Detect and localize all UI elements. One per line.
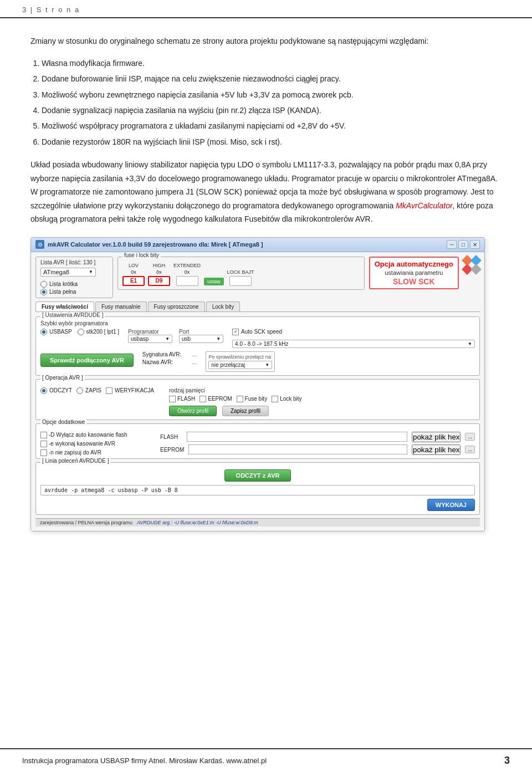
radio-odczyt[interactable]: ODCZYT: [40, 387, 72, 394]
check-opt3[interactable]: -n nie zapisuj do AVR: [40, 449, 151, 456]
radio-usbasp[interactable]: USBASP: [40, 329, 72, 335]
tab-fusy-manualnie[interactable]: Fusy manualnie: [95, 301, 147, 311]
avrdude-left: USBASP stk200 [ lpt1 ]: [40, 329, 119, 339]
intro-paragraph: Zmiany w stosunku do oryginalnego schema…: [30, 35, 502, 48]
check-flash[interactable]: FLASH: [169, 396, 195, 402]
pokaz-eeprom-button[interactable]: pokaż plik hex: [412, 444, 461, 455]
window-titlebar: mkAVR Calculator ver.1.0.0 build 59 zare…: [31, 238, 484, 252]
checkbox-icon: [237, 396, 243, 402]
operacja-radio-row: ODCZYT ZAPIS WERYFIKACJA: [40, 387, 162, 394]
body-paragraph: Układ posiada wbudowany liniowy stabiliz…: [30, 158, 502, 226]
minimize-button[interactable]: ─: [447, 240, 457, 249]
radio-stk200[interactable]: stk200 [ lpt1 ]: [78, 329, 119, 335]
lista-radio-group: Lista krótka Lista pełna: [40, 281, 108, 295]
status-left: zarejestrowana / PEŁNA wersja programu: [40, 520, 132, 525]
combo-arrow-icon: ▼: [165, 336, 170, 341]
tab-fusy-uproszczone[interactable]: Fusy uproszczone: [148, 301, 205, 311]
pokaz-flash-button[interactable]: pokaż plik hex: [412, 432, 461, 442]
tab-lock-bity[interactable]: Lock bity: [206, 301, 240, 311]
flash-browse-button[interactable]: ...: [465, 433, 475, 441]
fuse-lock-bajt-col: LOCK BAJT: [227, 269, 254, 286]
opcje-title: Opcje dodatkowe: [40, 419, 86, 425]
eeprom-file-input[interactable]: [188, 444, 407, 454]
nie-combo[interactable]: nie przełączaj ▼: [208, 361, 272, 369]
list-item: Możliwość wyboru zewnętrznego napięcia z…: [42, 89, 502, 101]
callout-area: Opcja automatycznego ustawiania parametr…: [369, 257, 480, 289]
szybki-wybor-label: Szybki wybór programatora: [40, 320, 475, 326]
radio-lista-krotka[interactable]: Lista krótka: [40, 281, 108, 288]
radio-lista-pelna[interactable]: Lista pełna: [40, 289, 108, 295]
window-controls[interactable]: ─ □ ✕: [447, 240, 480, 249]
otworz-profil-button[interactable]: Otwórz profil: [169, 406, 217, 416]
operacja-left: ODCZYT ZAPIS WERYFIKACJA: [40, 383, 162, 416]
checkbox-icon: [272, 396, 278, 402]
fuse-d9-input[interactable]: D9: [148, 276, 170, 286]
odczyt-avr-button[interactable]: ODCZYT z AVR: [224, 469, 291, 482]
avrdude-section: [ Ustawienia AVRDUDE ] Szybki wybór prog…: [35, 316, 480, 376]
fuse-ext-input[interactable]: [176, 276, 198, 286]
check-fuse-bity[interactable]: Fuse bity: [237, 396, 268, 402]
linia-title: [ Linia poleceń AVRDUDE ]: [40, 458, 110, 464]
sygnatura-row: Sygnatura AVR: ...: [142, 351, 197, 357]
fuse-lock-label: fuse i lock bity: [122, 252, 161, 258]
callout-highlight: SLOW SCK: [375, 277, 453, 286]
high-prefix: 0x: [156, 269, 162, 275]
page-header: 3 | S t r o n a: [0, 0, 532, 18]
auto-sck-row: Auto SCK speed: [232, 329, 475, 335]
profil-buttons: Otwórz profil Zapisz profil: [169, 406, 475, 416]
operacja-title: [ Operacja AVR ]: [40, 375, 85, 381]
diamond-icon: [470, 264, 482, 275]
fuse-high-col: HIGH 0x D9: [148, 263, 170, 286]
tab-fusy-wlasciwosci[interactable]: Fusy właściwości: [35, 301, 94, 311]
eeprom-row: EEPROM pokaż plik hex ...: [160, 444, 475, 455]
zapisz-profil-button[interactable]: Zapisz profil: [222, 406, 269, 416]
combo-arrow-icon: ▼: [89, 269, 93, 274]
checkbox-icon: [40, 432, 47, 438]
check-eeprom[interactable]: EEPROM: [200, 396, 232, 402]
list-item: Dodanie sygnalizacji napięcia zasilania …: [42, 104, 502, 116]
list-item: Dodane buforowanie linii ISP, mające na …: [42, 73, 502, 85]
radio-selected-icon: [40, 387, 47, 394]
command-row: avrdude -p atmega8 -c usbasp -P usb -B 8…: [40, 485, 475, 511]
avr-combo[interactable]: ATmega8 ▼: [40, 268, 96, 277]
page-header-title: 3 | S t r o n a: [22, 6, 80, 14]
close-button[interactable]: ✕: [470, 240, 480, 249]
check-lock-bity[interactable]: Lock bity: [272, 396, 301, 402]
wykonaj-button[interactable]: WYKONAJ: [427, 499, 475, 511]
list-item: Możliwość współpracy programatora z ukła…: [42, 120, 502, 132]
callout-title: Opcja automatycznego: [375, 260, 453, 268]
check-opt2[interactable]: -e wykonaj kasowanie AVR: [40, 441, 151, 447]
app-window: mkAVR Calculator ver.1.0.0 build 59 zare…: [30, 237, 485, 531]
opcje-left: -D Wyłącz auto kasowanie flash -e wykona…: [40, 427, 151, 456]
flash-file-input[interactable]: [187, 432, 407, 442]
combo-arrow-icon: ▼: [265, 362, 269, 367]
sprawdz-button[interactable]: Sprawdź podłączony AVR: [40, 354, 134, 367]
eeprom-browse-button[interactable]: ...: [465, 446, 475, 453]
port-combo[interactable]: usb ▼: [179, 335, 223, 343]
rodzaj-label: rodzaj pamięci: [169, 387, 475, 393]
fuse-lockbajt-input[interactable]: [229, 276, 252, 286]
status-right: AVRDUDE arg.: -U lfuse:w:0xE1:m -U hfuse…: [137, 520, 475, 525]
syg-col: Sygnatura AVR: ... Nazwa AVR: ...: [142, 351, 197, 367]
restore-button[interactable]: □: [458, 240, 468, 249]
checkbox-icon: [40, 441, 47, 447]
programator-combo[interactable]: usbasp ▼: [128, 335, 172, 343]
radio-circle-selected-icon: [40, 289, 47, 295]
ustaw-button[interactable]: ustaw: [204, 278, 224, 285]
auto-sck-checkbox[interactable]: [232, 329, 239, 335]
operacja-right: rodzaj pamięci FLASH EEPROM Fuse bity: [169, 383, 475, 416]
linia-section: [ Linia poleceń AVRDUDE ] ODCZYT z AVR a…: [35, 462, 480, 515]
programator-col: Programator usbasp ▼: [128, 329, 172, 343]
check-opt1[interactable]: -D Wyłącz auto kasowanie flash: [40, 432, 151, 438]
avrdude-main-row: USBASP stk200 [ lpt1 ] Programator: [40, 329, 475, 348]
operacja-avr-section: [ Operacja AVR ] ODCZYT ZAPIS: [35, 379, 480, 420]
speed-combo[interactable]: 4.0 - 8.0 -> 187.5 kHz ▼: [232, 340, 475, 348]
diamond-row1: [463, 257, 480, 264]
radio-zapis[interactable]: ZAPIS: [76, 387, 101, 394]
fuse-e1-input[interactable]: E1: [122, 276, 145, 286]
fuse-lock-box: fuse i lock bity LOV 0x E1 HIGH 0x D9: [117, 257, 365, 290]
checkbox-icon: [200, 396, 206, 402]
radio-weryfikacja[interactable]: WERYFIKACJA: [106, 387, 154, 394]
radio-circle-icon: [40, 281, 47, 288]
list-item: Własna modyfikacja firmware.: [42, 57, 502, 69]
